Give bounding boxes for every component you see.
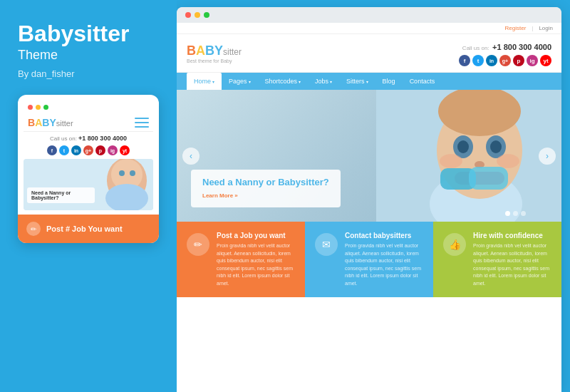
feature-contact-icon: ✉ bbox=[315, 233, 338, 256]
feature-card-post: ✏ Post a Job you want Proin gravida nibh… bbox=[177, 222, 305, 297]
mobile-menu-icon[interactable] bbox=[135, 118, 149, 128]
svg-point-16 bbox=[440, 154, 462, 168]
mobile-phone-number: +1 800 300 4000 bbox=[78, 135, 127, 142]
social-twitter[interactable]: t bbox=[59, 145, 69, 155]
feature-hire-content: Hire with confidence Proin gravida nibh … bbox=[473, 232, 551, 287]
site-social-instagram[interactable]: ig bbox=[527, 55, 538, 66]
logo-letter-b1: B bbox=[187, 43, 196, 58]
site-social-row: f t in g+ p ig yt bbox=[459, 55, 551, 66]
svg-point-3 bbox=[119, 170, 125, 176]
feature-contact-text: Proin gravida nibh vel velit auctor aliq… bbox=[345, 242, 423, 287]
site-social-youtube[interactable]: yt bbox=[540, 55, 551, 66]
feature-post-content: Post a Job you want Proin gravida nibh v… bbox=[217, 232, 295, 287]
browser-dot-yellow bbox=[195, 12, 200, 18]
hero-next-button[interactable]: › bbox=[539, 148, 556, 165]
feature-hire-text: Proin gravida nibh vel velit auctor aliq… bbox=[473, 242, 551, 287]
svg-point-4 bbox=[130, 170, 135, 176]
nav-pages-label: Pages bbox=[229, 78, 247, 85]
browser-chrome-bar bbox=[177, 7, 561, 23]
site-social-linkedin[interactable]: in bbox=[486, 55, 497, 66]
menu-bar-3 bbox=[135, 126, 149, 128]
feature-post-icon: ✏ bbox=[187, 233, 209, 256]
hero-prev-button[interactable]: ‹ bbox=[182, 148, 200, 165]
nav-contacts[interactable]: Contacts bbox=[403, 73, 442, 90]
mobile-dot-yellow bbox=[36, 105, 41, 110]
social-googleplus[interactable]: g+ bbox=[83, 145, 93, 155]
topbar-login[interactable]: Login bbox=[539, 25, 553, 31]
topbar-register[interactable]: Register bbox=[505, 25, 527, 31]
mobile-hero-caption: Need a Nanny or Babysitter? bbox=[27, 187, 95, 203]
nav-sitters-chevron: ▾ bbox=[366, 79, 368, 84]
nav-sitters[interactable]: Sitters ▾ bbox=[339, 73, 375, 90]
nav-jobs[interactable]: Jobs ▾ bbox=[308, 73, 339, 90]
nav-contacts-label: Contacts bbox=[410, 78, 435, 85]
feature-contact-content: Contact babysitters Proin gravida nibh v… bbox=[345, 232, 423, 287]
nav-home-chevron: ▾ bbox=[212, 79, 214, 84]
site-header: BABYsitter Best theme for Baby Call us o… bbox=[177, 34, 561, 73]
hero-dot-3[interactable] bbox=[521, 211, 526, 216]
feature-hire-icon: 👍 bbox=[443, 233, 466, 256]
mobile-hero-image: Need a Nanny or Babysitter? bbox=[24, 159, 153, 210]
svg-point-17 bbox=[497, 154, 519, 168]
feature-post-title: Post a Job you want bbox=[217, 232, 295, 239]
mobile-phone-label: Call us on: bbox=[50, 135, 77, 142]
nav-shortcodes-label: Shortcodes bbox=[265, 78, 298, 85]
site-logo-area: BABYsitter Best theme for Baby bbox=[187, 43, 242, 63]
site-topbar: Register | Login bbox=[177, 23, 561, 34]
mobile-logo: BABYsitter bbox=[28, 117, 73, 128]
social-facebook[interactable]: f bbox=[47, 145, 57, 155]
feature-post-text: Proin gravida nibh vel velit auctor aliq… bbox=[217, 242, 295, 287]
social-youtube[interactable]: yt bbox=[120, 145, 130, 155]
site-hero: ‹ › Need a Nanny or Babysitter? Learn Mo… bbox=[177, 90, 561, 222]
browser-dot-red bbox=[185, 12, 191, 18]
logo-letter-b2: B bbox=[205, 43, 214, 58]
menu-bar-2 bbox=[135, 122, 149, 123]
nav-blog[interactable]: Blog bbox=[375, 73, 403, 90]
mobile-header: BABYsitter bbox=[24, 114, 153, 132]
nav-pages[interactable]: Pages ▾ bbox=[222, 73, 258, 90]
site-header-right: Call us on: +1 800 300 4000 f t in g+ p … bbox=[459, 40, 551, 66]
social-pinterest[interactable]: p bbox=[95, 145, 105, 155]
site-phone-number: +1 800 300 4000 bbox=[492, 43, 551, 51]
feature-cards: ✏ Post a Job you want Proin gravida nibh… bbox=[177, 222, 561, 297]
nav-pages-chevron: ▾ bbox=[249, 79, 251, 84]
svg-rect-19 bbox=[469, 167, 508, 190]
hero-learn-more-button[interactable]: Learn More » bbox=[202, 192, 238, 199]
svg-point-11 bbox=[457, 140, 469, 153]
hero-slide-dots bbox=[505, 211, 526, 216]
hero-dot-2[interactable] bbox=[513, 211, 518, 216]
mobile-post-icon: ✏ bbox=[26, 222, 41, 236]
hero-dot-1[interactable] bbox=[505, 211, 510, 216]
nav-home-label: Home bbox=[194, 78, 211, 85]
site-social-facebook[interactable]: f bbox=[459, 55, 470, 66]
feature-contact-title: Contact babysitters bbox=[345, 232, 423, 239]
svg-point-13 bbox=[490, 140, 502, 153]
hero-caption: Need a Nanny or Babysitter? Learn More » bbox=[191, 170, 341, 207]
nav-blog-label: Blog bbox=[383, 78, 395, 85]
site-social-twitter[interactable]: t bbox=[472, 55, 484, 66]
site-navigation: Home ▾ Pages ▾ Shortcodes ▾ Jobs ▾ Sitte… bbox=[177, 73, 561, 90]
site-social-googleplus[interactable]: g+ bbox=[499, 55, 511, 66]
mobile-post-bar[interactable]: ✏ Post # Job You want bbox=[18, 215, 159, 243]
logo-sitter-text: sitter bbox=[223, 47, 242, 57]
mobile-traffic-lights bbox=[24, 102, 153, 114]
mobile-post-text: Post # Job You want bbox=[46, 225, 123, 233]
social-linkedin[interactable]: in bbox=[71, 145, 81, 155]
social-instagram[interactable]: ig bbox=[108, 145, 118, 155]
logo-letter-y: Y bbox=[214, 43, 223, 58]
nav-shortcodes-chevron: ▾ bbox=[299, 79, 301, 84]
site-social-pinterest[interactable]: p bbox=[513, 55, 524, 66]
nav-shortcodes[interactable]: Shortcodes ▾ bbox=[258, 73, 309, 90]
mobile-phone-row: Call us on: +1 800 300 4000 bbox=[24, 132, 153, 143]
browser-content: Register | Login BABYsitter Best theme f… bbox=[177, 23, 561, 392]
theme-subtitle: Theme bbox=[18, 48, 159, 63]
theme-title: Babysitter bbox=[18, 21, 159, 46]
mobile-mockup: BABYsitter Call us on: +1 800 300 4000 f… bbox=[18, 95, 159, 243]
browser-mockup: Register | Login BABYsitter Best theme f… bbox=[177, 7, 561, 392]
nav-home[interactable]: Home ▾ bbox=[187, 73, 222, 90]
hero-baby-image bbox=[376, 90, 561, 222]
left-panel: Babysitter Theme By dan_fisher BABYsitte… bbox=[0, 0, 177, 392]
logo-letter-a: A bbox=[196, 43, 205, 58]
site-logo: BABYsitter bbox=[187, 43, 242, 58]
mobile-dot-green bbox=[43, 105, 48, 110]
